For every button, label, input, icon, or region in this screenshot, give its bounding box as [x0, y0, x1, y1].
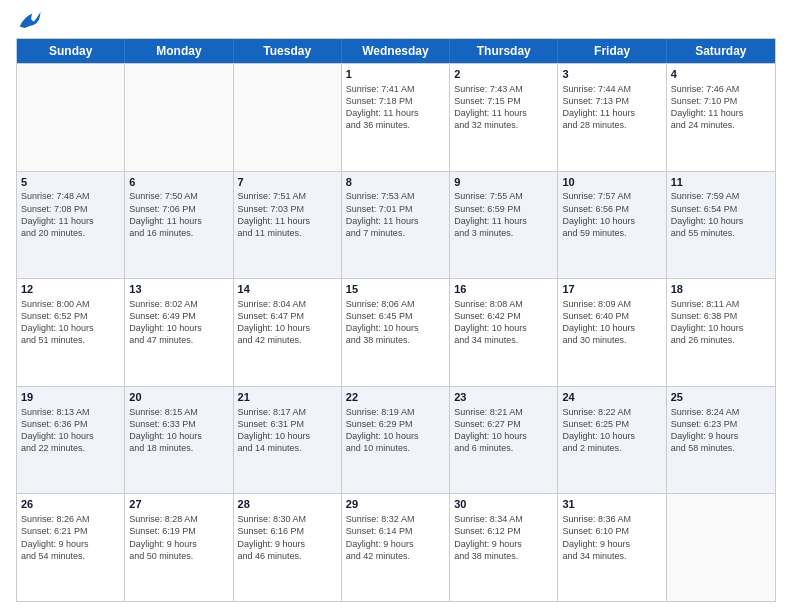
calendar-cell: 11Sunrise: 7:59 AM Sunset: 6:54 PM Dayli… [667, 172, 775, 279]
day-info: Sunrise: 7:41 AM Sunset: 7:18 PM Dayligh… [346, 83, 445, 132]
calendar-cell: 3Sunrise: 7:44 AM Sunset: 7:13 PM Daylig… [558, 64, 666, 171]
day-number: 31 [562, 497, 661, 512]
day-number: 13 [129, 282, 228, 297]
day-number: 23 [454, 390, 553, 405]
cal-header-day: Tuesday [234, 39, 342, 63]
day-info: Sunrise: 7:55 AM Sunset: 6:59 PM Dayligh… [454, 190, 553, 239]
calendar-cell: 18Sunrise: 8:11 AM Sunset: 6:38 PM Dayli… [667, 279, 775, 386]
calendar-cell: 7Sunrise: 7:51 AM Sunset: 7:03 PM Daylig… [234, 172, 342, 279]
day-info: Sunrise: 8:22 AM Sunset: 6:25 PM Dayligh… [562, 406, 661, 455]
calendar-cell: 19Sunrise: 8:13 AM Sunset: 6:36 PM Dayli… [17, 387, 125, 494]
cal-header-day: Friday [558, 39, 666, 63]
calendar-row: 12Sunrise: 8:00 AM Sunset: 6:52 PM Dayli… [17, 278, 775, 386]
day-number: 21 [238, 390, 337, 405]
calendar-cell: 15Sunrise: 8:06 AM Sunset: 6:45 PM Dayli… [342, 279, 450, 386]
day-number: 28 [238, 497, 337, 512]
day-number: 3 [562, 67, 661, 82]
day-info: Sunrise: 8:00 AM Sunset: 6:52 PM Dayligh… [21, 298, 120, 347]
calendar-cell: 16Sunrise: 8:08 AM Sunset: 6:42 PM Dayli… [450, 279, 558, 386]
day-info: Sunrise: 7:50 AM Sunset: 7:06 PM Dayligh… [129, 190, 228, 239]
calendar-cell [667, 494, 775, 601]
day-info: Sunrise: 7:51 AM Sunset: 7:03 PM Dayligh… [238, 190, 337, 239]
calendar-cell: 17Sunrise: 8:09 AM Sunset: 6:40 PM Dayli… [558, 279, 666, 386]
day-number: 17 [562, 282, 661, 297]
header [16, 10, 776, 30]
day-number: 27 [129, 497, 228, 512]
calendar-cell: 9Sunrise: 7:55 AM Sunset: 6:59 PM Daylig… [450, 172, 558, 279]
day-info: Sunrise: 8:09 AM Sunset: 6:40 PM Dayligh… [562, 298, 661, 347]
day-info: Sunrise: 7:59 AM Sunset: 6:54 PM Dayligh… [671, 190, 771, 239]
calendar-cell: 27Sunrise: 8:28 AM Sunset: 6:19 PM Dayli… [125, 494, 233, 601]
day-info: Sunrise: 8:30 AM Sunset: 6:16 PM Dayligh… [238, 513, 337, 562]
calendar-cell: 6Sunrise: 7:50 AM Sunset: 7:06 PM Daylig… [125, 172, 233, 279]
day-number: 25 [671, 390, 771, 405]
calendar-cell: 28Sunrise: 8:30 AM Sunset: 6:16 PM Dayli… [234, 494, 342, 601]
day-number: 11 [671, 175, 771, 190]
day-info: Sunrise: 8:21 AM Sunset: 6:27 PM Dayligh… [454, 406, 553, 455]
day-info: Sunrise: 7:53 AM Sunset: 7:01 PM Dayligh… [346, 190, 445, 239]
day-number: 30 [454, 497, 553, 512]
calendar-cell: 13Sunrise: 8:02 AM Sunset: 6:49 PM Dayli… [125, 279, 233, 386]
day-number: 12 [21, 282, 120, 297]
day-info: Sunrise: 8:11 AM Sunset: 6:38 PM Dayligh… [671, 298, 771, 347]
calendar-row: 1Sunrise: 7:41 AM Sunset: 7:18 PM Daylig… [17, 63, 775, 171]
day-number: 15 [346, 282, 445, 297]
page: SundayMondayTuesdayWednesdayThursdayFrid… [0, 0, 792, 612]
day-info: Sunrise: 7:57 AM Sunset: 6:56 PM Dayligh… [562, 190, 661, 239]
day-number: 19 [21, 390, 120, 405]
calendar-cell: 31Sunrise: 8:36 AM Sunset: 6:10 PM Dayli… [558, 494, 666, 601]
day-info: Sunrise: 8:34 AM Sunset: 6:12 PM Dayligh… [454, 513, 553, 562]
day-info: Sunrise: 8:19 AM Sunset: 6:29 PM Dayligh… [346, 406, 445, 455]
calendar: SundayMondayTuesdayWednesdayThursdayFrid… [16, 38, 776, 602]
calendar-cell: 8Sunrise: 7:53 AM Sunset: 7:01 PM Daylig… [342, 172, 450, 279]
calendar-cell: 21Sunrise: 8:17 AM Sunset: 6:31 PM Dayli… [234, 387, 342, 494]
calendar-cell: 26Sunrise: 8:26 AM Sunset: 6:21 PM Dayli… [17, 494, 125, 601]
day-info: Sunrise: 8:28 AM Sunset: 6:19 PM Dayligh… [129, 513, 228, 562]
calendar-body: 1Sunrise: 7:41 AM Sunset: 7:18 PM Daylig… [17, 63, 775, 601]
cal-header-day: Wednesday [342, 39, 450, 63]
day-info: Sunrise: 8:32 AM Sunset: 6:14 PM Dayligh… [346, 513, 445, 562]
day-info: Sunrise: 8:15 AM Sunset: 6:33 PM Dayligh… [129, 406, 228, 455]
day-number: 16 [454, 282, 553, 297]
calendar-cell [125, 64, 233, 171]
day-number: 20 [129, 390, 228, 405]
logo [16, 10, 42, 30]
day-info: Sunrise: 8:26 AM Sunset: 6:21 PM Dayligh… [21, 513, 120, 562]
day-info: Sunrise: 8:36 AM Sunset: 6:10 PM Dayligh… [562, 513, 661, 562]
calendar-row: 5Sunrise: 7:48 AM Sunset: 7:08 PM Daylig… [17, 171, 775, 279]
logo-bird-icon [18, 10, 42, 30]
cal-header-day: Sunday [17, 39, 125, 63]
cal-header-day: Monday [125, 39, 233, 63]
day-number: 14 [238, 282, 337, 297]
day-number: 26 [21, 497, 120, 512]
day-info: Sunrise: 8:06 AM Sunset: 6:45 PM Dayligh… [346, 298, 445, 347]
calendar-cell: 12Sunrise: 8:00 AM Sunset: 6:52 PM Dayli… [17, 279, 125, 386]
day-info: Sunrise: 8:17 AM Sunset: 6:31 PM Dayligh… [238, 406, 337, 455]
day-number: 7 [238, 175, 337, 190]
calendar-cell: 1Sunrise: 7:41 AM Sunset: 7:18 PM Daylig… [342, 64, 450, 171]
calendar-cell: 20Sunrise: 8:15 AM Sunset: 6:33 PM Dayli… [125, 387, 233, 494]
day-info: Sunrise: 7:44 AM Sunset: 7:13 PM Dayligh… [562, 83, 661, 132]
day-number: 29 [346, 497, 445, 512]
calendar-cell [234, 64, 342, 171]
calendar-cell: 14Sunrise: 8:04 AM Sunset: 6:47 PM Dayli… [234, 279, 342, 386]
cal-header-day: Saturday [667, 39, 775, 63]
calendar-cell: 30Sunrise: 8:34 AM Sunset: 6:12 PM Dayli… [450, 494, 558, 601]
calendar-cell: 2Sunrise: 7:43 AM Sunset: 7:15 PM Daylig… [450, 64, 558, 171]
day-info: Sunrise: 8:04 AM Sunset: 6:47 PM Dayligh… [238, 298, 337, 347]
day-number: 8 [346, 175, 445, 190]
day-number: 6 [129, 175, 228, 190]
calendar-cell: 23Sunrise: 8:21 AM Sunset: 6:27 PM Dayli… [450, 387, 558, 494]
day-number: 22 [346, 390, 445, 405]
day-number: 24 [562, 390, 661, 405]
day-number: 1 [346, 67, 445, 82]
day-info: Sunrise: 8:08 AM Sunset: 6:42 PM Dayligh… [454, 298, 553, 347]
calendar-cell: 24Sunrise: 8:22 AM Sunset: 6:25 PM Dayli… [558, 387, 666, 494]
day-number: 10 [562, 175, 661, 190]
calendar-row: 26Sunrise: 8:26 AM Sunset: 6:21 PM Dayli… [17, 493, 775, 601]
calendar-cell [17, 64, 125, 171]
day-number: 9 [454, 175, 553, 190]
day-number: 2 [454, 67, 553, 82]
day-number: 4 [671, 67, 771, 82]
calendar-row: 19Sunrise: 8:13 AM Sunset: 6:36 PM Dayli… [17, 386, 775, 494]
